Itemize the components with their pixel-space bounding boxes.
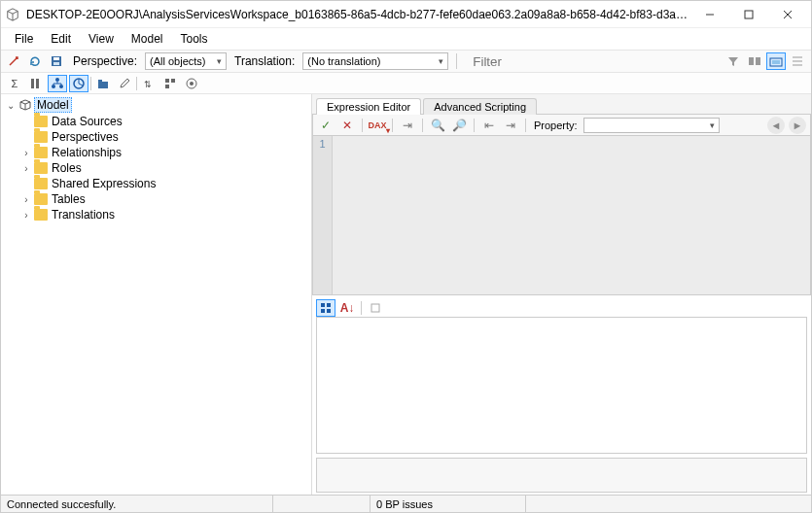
status-bp-issues[interactable]: 0 BP issues [371,496,526,512]
translation-combo[interactable]: (No translation) ▾ [302,52,448,70]
tree-item[interactable]: Shared Expressions [20,176,311,191]
outdent-icon[interactable]: ⇥ [502,117,519,134]
folder-icon[interactable] [93,75,113,92]
folder-icon [34,147,48,158]
property-pages-icon[interactable] [366,299,385,317]
comment-icon[interactable]: ⇥ [399,117,416,134]
property-grid[interactable] [316,317,807,454]
expand-icon[interactable]: › [20,210,32,221]
editor-tabs: Expression Editor Advanced Scripting [312,94,811,114]
svg-rect-24 [171,79,175,83]
expand-icon[interactable]: › [20,163,32,174]
folder-icon [34,116,48,127]
editor-body[interactable] [333,136,810,294]
tree-root-label[interactable]: Model [34,97,72,113]
sort-alpha-icon[interactable]: ⇅ [139,75,159,92]
list-view-icon[interactable] [788,52,807,70]
folder-icon [34,209,48,221]
tree-item[interactable]: ›Roles [20,160,311,176]
perspective-label: Perspective: [69,54,141,68]
cancel-icon[interactable]: ✕ [338,117,356,134]
editor-gutter: 1 [313,136,333,294]
svg-rect-30 [321,309,325,313]
menu-edit[interactable]: Edit [43,30,79,48]
status-empty2 [526,496,811,512]
perspective-combo[interactable]: (All objects) ▾ [145,52,227,70]
tab-expression-editor[interactable]: Expression Editor [316,98,421,115]
alphabetical-icon[interactable]: A↓ [337,299,357,317]
accept-icon[interactable]: ✓ [317,117,335,134]
menu-view[interactable]: View [81,30,122,48]
main-toolbar: Perspective: (All objects) ▾ Translation… [1,50,811,73]
categorized-icon[interactable] [316,299,335,317]
sort-type-icon[interactable] [160,75,180,92]
hierarchies-icon[interactable] [48,75,67,92]
separator [422,119,423,132]
tree-item-label: Data Sources [50,115,123,128]
svg-rect-32 [371,304,379,312]
model-tree[interactable]: ⌄ Model Data SourcesPerspectives›Relatio… [1,94,312,495]
connect-icon[interactable] [5,52,22,70]
filter-input[interactable] [465,53,720,70]
menu-model[interactable]: Model [124,30,171,48]
tree-item[interactable]: ›Translations [20,207,311,222]
tree-item[interactable]: ›Relationships [20,145,311,160]
status-empty1 [273,496,371,512]
expand-icon[interactable]: › [20,148,32,158]
chevron-down-icon: ▾ [710,120,715,130]
dax-format-icon[interactable]: DAX▾ [369,117,386,134]
indent-icon[interactable]: ⇤ [480,117,498,134]
expand-icon[interactable]: › [20,194,32,205]
property-label: Property: [532,120,580,131]
output-panel [316,458,807,493]
tree-item[interactable]: ›Tables [20,191,311,207]
svg-point-18 [59,85,63,88]
edit-icon[interactable] [115,75,134,92]
refresh-icon[interactable] [26,52,44,70]
tree-item-label: Shared Expressions [50,177,156,190]
replace-icon[interactable]: 🔎 [450,117,468,134]
svg-rect-29 [327,303,331,307]
hidden-objects-icon[interactable] [745,52,764,70]
svg-rect-23 [165,79,169,83]
menu-file[interactable]: File [7,30,41,48]
expression-editor[interactable]: 1 [312,135,811,295]
separator [392,119,393,132]
close-button[interactable] [768,2,807,27]
separator [90,77,91,90]
separator [456,53,457,69]
svg-rect-31 [327,309,331,313]
columns-icon[interactable] [26,75,46,92]
save-icon[interactable] [48,52,65,70]
find-icon[interactable]: 🔍 [429,117,446,134]
separator [474,119,475,132]
tab-advanced-scripting[interactable]: Advanced Scripting [423,98,537,115]
minimize-button[interactable] [690,2,729,27]
tree-root[interactable]: ⌄ Model [5,96,311,114]
best-practice-icon[interactable] [182,75,201,92]
filter-icon[interactable] [724,52,743,70]
cube-icon [18,98,32,112]
collapse-icon[interactable]: ⌄ [5,100,17,111]
app-icon [5,7,20,22]
title-bar: DESKTOP-2E0OORJ\AnalysisServicesWorkspac… [1,1,811,28]
svg-rect-7 [749,57,754,65]
nav-forward-icon[interactable]: ► [789,117,806,134]
svg-point-27 [190,82,194,86]
measures-icon[interactable]: Σ [5,75,24,92]
menu-tools[interactable]: Tools [173,30,216,48]
property-combo[interactable]: ▾ [583,118,720,133]
partitions-icon[interactable] [69,75,88,92]
nav-back-icon[interactable]: ◄ [767,117,785,134]
property-grid-toolbar: A↓ [312,295,811,317]
line-number: 1 [313,138,332,150]
svg-rect-25 [165,85,169,88]
tree-item[interactable]: Perspectives [20,129,311,145]
folder-icon [34,178,48,189]
maximize-button[interactable] [729,2,768,27]
tree-item[interactable]: Data Sources [20,114,311,129]
svg-rect-20 [98,82,108,88]
window-title: DESKTOP-2E0OORJ\AnalysisServicesWorkspac… [20,8,690,21]
display-folders-icon[interactable] [766,52,786,70]
separator [362,119,363,132]
